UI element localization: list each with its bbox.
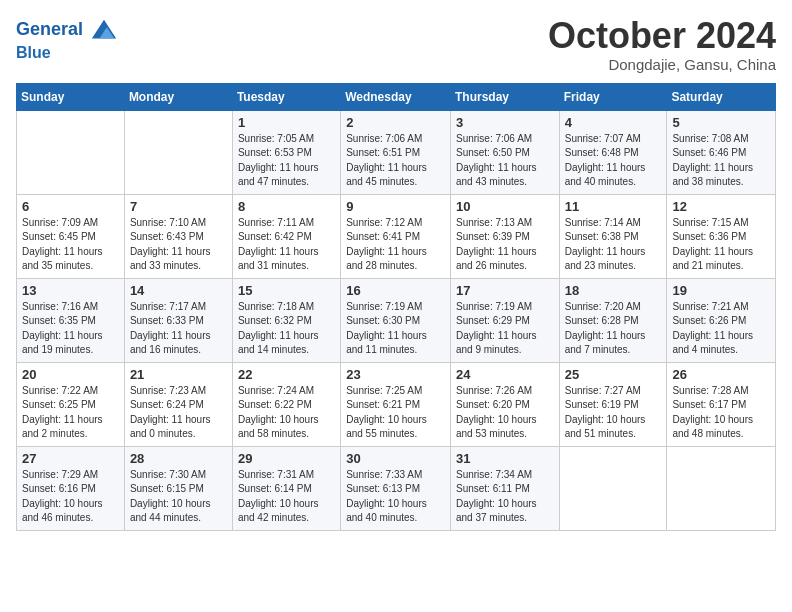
month-title: October 2024 [548, 16, 776, 56]
day-info: Sunrise: 7:31 AMSunset: 6:14 PMDaylight:… [238, 468, 335, 526]
day-info: Sunrise: 7:25 AMSunset: 6:21 PMDaylight:… [346, 384, 445, 442]
day-number: 6 [22, 199, 119, 214]
week-row-4: 20Sunrise: 7:22 AMSunset: 6:25 PMDayligh… [17, 362, 776, 446]
day-cell: 7Sunrise: 7:10 AMSunset: 6:43 PMDaylight… [124, 194, 232, 278]
day-cell: 17Sunrise: 7:19 AMSunset: 6:29 PMDayligh… [450, 278, 559, 362]
day-info: Sunrise: 7:19 AMSunset: 6:29 PMDaylight:… [456, 300, 554, 358]
day-info: Sunrise: 7:15 AMSunset: 6:36 PMDaylight:… [672, 216, 770, 274]
day-cell: 10Sunrise: 7:13 AMSunset: 6:39 PMDayligh… [450, 194, 559, 278]
day-cell: 18Sunrise: 7:20 AMSunset: 6:28 PMDayligh… [559, 278, 667, 362]
location-subtitle: Dongdajie, Gansu, China [548, 56, 776, 73]
day-info: Sunrise: 7:16 AMSunset: 6:35 PMDaylight:… [22, 300, 119, 358]
day-cell: 14Sunrise: 7:17 AMSunset: 6:33 PMDayligh… [124, 278, 232, 362]
day-info: Sunrise: 7:22 AMSunset: 6:25 PMDaylight:… [22, 384, 119, 442]
day-number: 25 [565, 367, 662, 382]
day-cell: 13Sunrise: 7:16 AMSunset: 6:35 PMDayligh… [17, 278, 125, 362]
week-row-1: 1Sunrise: 7:05 AMSunset: 6:53 PMDaylight… [17, 110, 776, 194]
day-cell: 12Sunrise: 7:15 AMSunset: 6:36 PMDayligh… [667, 194, 776, 278]
calendar-header: SundayMondayTuesdayWednesdayThursdayFrid… [17, 83, 776, 110]
day-cell: 27Sunrise: 7:29 AMSunset: 6:16 PMDayligh… [17, 446, 125, 530]
day-info: Sunrise: 7:26 AMSunset: 6:20 PMDaylight:… [456, 384, 554, 442]
day-info: Sunrise: 7:34 AMSunset: 6:11 PMDaylight:… [456, 468, 554, 526]
day-cell [667, 446, 776, 530]
day-number: 12 [672, 199, 770, 214]
day-info: Sunrise: 7:33 AMSunset: 6:13 PMDaylight:… [346, 468, 445, 526]
day-info: Sunrise: 7:08 AMSunset: 6:46 PMDaylight:… [672, 132, 770, 190]
day-info: Sunrise: 7:23 AMSunset: 6:24 PMDaylight:… [130, 384, 227, 442]
day-cell: 24Sunrise: 7:26 AMSunset: 6:20 PMDayligh… [450, 362, 559, 446]
day-number: 26 [672, 367, 770, 382]
day-number: 18 [565, 283, 662, 298]
logo-text: General [16, 16, 118, 44]
week-row-5: 27Sunrise: 7:29 AMSunset: 6:16 PMDayligh… [17, 446, 776, 530]
day-number: 15 [238, 283, 335, 298]
day-cell: 20Sunrise: 7:22 AMSunset: 6:25 PMDayligh… [17, 362, 125, 446]
day-number: 16 [346, 283, 445, 298]
day-number: 14 [130, 283, 227, 298]
day-number: 11 [565, 199, 662, 214]
header-row: SundayMondayTuesdayWednesdayThursdayFrid… [17, 83, 776, 110]
page-header: General Blue October 2024 Dongdajie, Gan… [16, 16, 776, 73]
day-cell [559, 446, 667, 530]
day-cell: 11Sunrise: 7:14 AMSunset: 6:38 PMDayligh… [559, 194, 667, 278]
header-cell-wednesday: Wednesday [341, 83, 451, 110]
day-cell: 1Sunrise: 7:05 AMSunset: 6:53 PMDaylight… [232, 110, 340, 194]
day-cell: 22Sunrise: 7:24 AMSunset: 6:22 PMDayligh… [232, 362, 340, 446]
day-cell [124, 110, 232, 194]
day-info: Sunrise: 7:24 AMSunset: 6:22 PMDaylight:… [238, 384, 335, 442]
header-cell-monday: Monday [124, 83, 232, 110]
day-number: 29 [238, 451, 335, 466]
day-cell: 30Sunrise: 7:33 AMSunset: 6:13 PMDayligh… [341, 446, 451, 530]
header-cell-thursday: Thursday [450, 83, 559, 110]
day-cell: 31Sunrise: 7:34 AMSunset: 6:11 PMDayligh… [450, 446, 559, 530]
day-cell: 3Sunrise: 7:06 AMSunset: 6:50 PMDaylight… [450, 110, 559, 194]
day-number: 10 [456, 199, 554, 214]
week-row-3: 13Sunrise: 7:16 AMSunset: 6:35 PMDayligh… [17, 278, 776, 362]
day-cell: 8Sunrise: 7:11 AMSunset: 6:42 PMDaylight… [232, 194, 340, 278]
day-info: Sunrise: 7:13 AMSunset: 6:39 PMDaylight:… [456, 216, 554, 274]
day-info: Sunrise: 7:10 AMSunset: 6:43 PMDaylight:… [130, 216, 227, 274]
day-number: 21 [130, 367, 227, 382]
day-cell: 23Sunrise: 7:25 AMSunset: 6:21 PMDayligh… [341, 362, 451, 446]
day-cell: 6Sunrise: 7:09 AMSunset: 6:45 PMDaylight… [17, 194, 125, 278]
day-number: 24 [456, 367, 554, 382]
day-number: 23 [346, 367, 445, 382]
day-cell: 25Sunrise: 7:27 AMSunset: 6:19 PMDayligh… [559, 362, 667, 446]
day-number: 30 [346, 451, 445, 466]
day-info: Sunrise: 7:05 AMSunset: 6:53 PMDaylight:… [238, 132, 335, 190]
day-info: Sunrise: 7:19 AMSunset: 6:30 PMDaylight:… [346, 300, 445, 358]
day-cell [17, 110, 125, 194]
day-info: Sunrise: 7:17 AMSunset: 6:33 PMDaylight:… [130, 300, 227, 358]
day-info: Sunrise: 7:07 AMSunset: 6:48 PMDaylight:… [565, 132, 662, 190]
day-number: 2 [346, 115, 445, 130]
day-info: Sunrise: 7:14 AMSunset: 6:38 PMDaylight:… [565, 216, 662, 274]
day-info: Sunrise: 7:20 AMSunset: 6:28 PMDaylight:… [565, 300, 662, 358]
day-info: Sunrise: 7:27 AMSunset: 6:19 PMDaylight:… [565, 384, 662, 442]
day-number: 28 [130, 451, 227, 466]
day-number: 3 [456, 115, 554, 130]
day-info: Sunrise: 7:09 AMSunset: 6:45 PMDaylight:… [22, 216, 119, 274]
week-row-2: 6Sunrise: 7:09 AMSunset: 6:45 PMDaylight… [17, 194, 776, 278]
day-info: Sunrise: 7:21 AMSunset: 6:26 PMDaylight:… [672, 300, 770, 358]
day-cell: 26Sunrise: 7:28 AMSunset: 6:17 PMDayligh… [667, 362, 776, 446]
day-number: 8 [238, 199, 335, 214]
day-number: 22 [238, 367, 335, 382]
logo: General Blue [16, 16, 118, 62]
day-cell: 4Sunrise: 7:07 AMSunset: 6:48 PMDaylight… [559, 110, 667, 194]
day-number: 17 [456, 283, 554, 298]
day-number: 13 [22, 283, 119, 298]
day-number: 31 [456, 451, 554, 466]
day-info: Sunrise: 7:30 AMSunset: 6:15 PMDaylight:… [130, 468, 227, 526]
day-number: 5 [672, 115, 770, 130]
title-block: October 2024 Dongdajie, Gansu, China [548, 16, 776, 73]
day-info: Sunrise: 7:11 AMSunset: 6:42 PMDaylight:… [238, 216, 335, 274]
day-info: Sunrise: 7:06 AMSunset: 6:51 PMDaylight:… [346, 132, 445, 190]
day-cell: 28Sunrise: 7:30 AMSunset: 6:15 PMDayligh… [124, 446, 232, 530]
day-info: Sunrise: 7:06 AMSunset: 6:50 PMDaylight:… [456, 132, 554, 190]
day-info: Sunrise: 7:28 AMSunset: 6:17 PMDaylight:… [672, 384, 770, 442]
day-cell: 21Sunrise: 7:23 AMSunset: 6:24 PMDayligh… [124, 362, 232, 446]
day-number: 9 [346, 199, 445, 214]
header-cell-tuesday: Tuesday [232, 83, 340, 110]
day-info: Sunrise: 7:18 AMSunset: 6:32 PMDaylight:… [238, 300, 335, 358]
day-cell: 29Sunrise: 7:31 AMSunset: 6:14 PMDayligh… [232, 446, 340, 530]
